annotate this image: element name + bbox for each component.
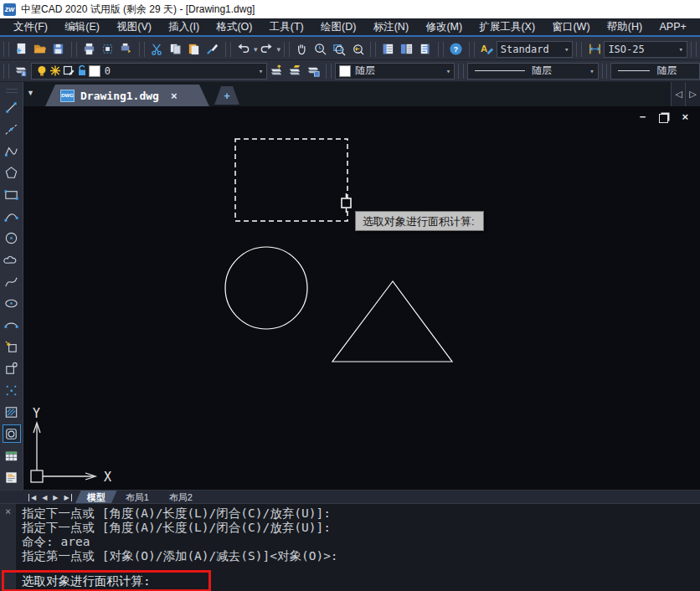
cut-icon[interactable] [148,40,167,59]
toolbar-grip[interactable] [6,89,18,93]
undo-icon[interactable] [234,40,253,59]
toolbar-grip[interactable] [438,42,444,57]
doc-tab-close-icon[interactable]: × [171,90,178,102]
polygon-tool-icon[interactable] [3,163,21,182]
new-file-icon[interactable] [13,40,31,59]
zoom-realtime-icon[interactable] [311,40,330,59]
tab-scroll-right-icon[interactable]: ▷ [685,82,700,106]
drawing-canvas[interactable]: Y X − × 选取对象进行面积计算: [23,106,700,490]
circle-shape[interactable] [225,247,307,329]
toolbar-grip[interactable] [3,64,9,79]
xline-tool-icon[interactable] [3,120,21,138]
ellipse-tool-icon[interactable] [3,294,21,312]
copy-icon[interactable] [167,40,185,59]
polyline-tool-icon[interactable] [3,141,21,160]
help-icon[interactable]: ? [447,40,466,59]
window-minimize-icon[interactable]: − [640,111,646,123]
quickcalc-icon[interactable] [416,40,435,59]
nav-prev-icon[interactable]: ◀ [42,494,47,501]
nav-next-icon[interactable]: ▶ [53,494,58,501]
paste-icon[interactable] [185,40,203,59]
toolbar-grip[interactable] [602,64,608,79]
text-style-select[interactable]: Standard ▾ [497,41,574,58]
redo-dropdown-icon[interactable]: ▾ [276,45,281,54]
redo-icon[interactable] [257,40,275,59]
mtext-tool-icon[interactable] [3,468,21,486]
toolbar-grip[interactable] [71,42,77,57]
layer-freeze-sun-icon[interactable] [49,64,62,78]
menu-dimension[interactable]: 标注(N) [373,20,409,34]
window-restore-icon[interactable] [659,114,668,123]
region-tool-icon[interactable] [3,424,21,443]
layer-on-bulb-icon[interactable] [35,64,49,78]
print-icon[interactable] [80,40,99,59]
layer-unlock-icon[interactable] [75,64,89,78]
dim-style-select[interactable]: ISO-25 ▾ [604,41,687,58]
make-block-tool-icon[interactable] [3,359,21,378]
tab-layout2[interactable]: 布局2 [157,491,204,504]
tab-drawing1[interactable]: DWG Drawing1.dwg × [45,85,209,106]
zoom-previous-icon[interactable] [348,40,367,59]
spline-tool-icon[interactable] [3,272,21,290]
quick-properties-icon[interactable] [398,40,416,59]
command-prompt[interactable]: 选取对象进行面积计算: [4,573,151,589]
properties-palette-icon[interactable] [379,40,398,59]
ellipse-arc-tool-icon[interactable] [3,316,21,334]
open-file-icon[interactable] [31,40,49,59]
toolbar-grip[interactable] [576,42,582,57]
layer-isolate-icon[interactable] [304,62,322,80]
print-preview-icon[interactable] [99,40,117,59]
plot-icon[interactable] [117,40,136,59]
toolbar-grip[interactable] [458,64,464,79]
nav-last-icon[interactable]: ▶ [64,494,71,501]
toolbar-grip[interactable] [225,42,231,57]
insert-block-tool-icon[interactable] [3,337,21,356]
menu-app-plus[interactable]: APP+ [660,21,687,33]
layer-select[interactable]: 0 ▾ [31,63,267,80]
save-icon[interactable] [49,40,68,59]
nav-first-icon[interactable]: ◀ [28,494,36,501]
tab-layout1[interactable]: 布局1 [114,491,161,504]
rectangle-tool-icon[interactable] [3,185,21,203]
layer-previous-icon[interactable] [267,62,286,80]
circle-tool-icon[interactable] [3,229,21,247]
menu-edit[interactable]: 编辑(E) [64,20,100,34]
point-tool-icon[interactable] [3,381,21,399]
command-window[interactable]: × 指定下一点或 [角度(A)/长度(L)/闭合(C)/放弃(U)]: 指定下一… [0,503,700,591]
menu-window[interactable]: 窗口(W) [552,20,589,34]
hatch-tool-icon[interactable] [3,403,21,421]
menu-view[interactable]: 视图(V) [116,20,152,34]
toolbar-grip[interactable] [691,42,697,57]
layer-properties-manager-icon[interactable] [13,62,31,80]
table-tool-icon[interactable] [3,446,21,465]
tab-scroll-left-icon[interactable]: ◁ [671,82,686,106]
triangle-shape[interactable] [332,281,452,362]
command-close-icon[interactable]: × [5,506,11,517]
lineweight-control-select[interactable]: 随层 [610,63,700,80]
line-tool-icon[interactable] [3,98,21,116]
menu-help[interactable]: 帮助(H) [607,20,642,34]
menu-format[interactable]: 格式(O) [216,20,252,34]
layer-states-icon[interactable] [286,62,304,80]
layer-plot-icon[interactable] [62,64,75,78]
toolbar-grip[interactable] [469,42,475,57]
format-painter-icon[interactable] [203,40,222,59]
menu-tools[interactable]: 工具(T) [270,20,304,34]
menu-draw[interactable]: 绘图(D) [321,20,356,34]
toolbar-grip[interactable] [139,42,145,57]
menu-file[interactable]: 文件(F) [13,20,48,34]
arc-tool-icon[interactable] [3,207,21,225]
dashed-rectangle-shape[interactable] [235,139,347,221]
window-close-icon[interactable]: × [682,111,688,123]
menu-modify[interactable]: 修改(M) [425,20,462,34]
toolbar-grip[interactable] [370,42,376,57]
tab-model[interactable]: 模型 [75,491,117,504]
toolbar-grip[interactable] [3,42,9,57]
pan-icon[interactable] [293,40,311,59]
toolbar-grip[interactable] [326,64,332,79]
revcloud-tool-icon[interactable] [3,250,21,269]
menu-express-tools[interactable]: 扩展工具(X) [479,20,535,34]
color-control-select[interactable]: 随层 ▾ [335,63,455,80]
menu-insert[interactable]: 插入(I) [168,20,199,34]
zoom-window-icon[interactable] [330,40,348,59]
